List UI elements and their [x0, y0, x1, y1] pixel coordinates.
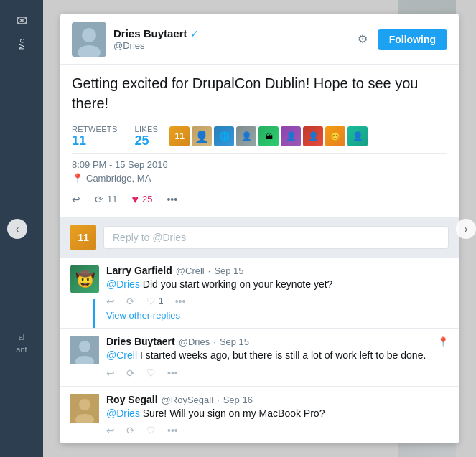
more-icon: ••• [167, 194, 177, 205]
liker-avatar-3: 👤 [236, 126, 256, 146]
reply-input[interactable] [103, 226, 449, 249]
bottom-text-1: al [16, 331, 27, 345]
retweet-action[interactable]: ⟳ 11 [95, 194, 117, 205]
retweets-count[interactable]: 11 [72, 133, 118, 149]
larry-handle: @Crell [176, 265, 205, 276]
location-pin-icon: 📍 [72, 173, 83, 184]
retweets-label: RETWEETS [72, 125, 118, 133]
roy-date: Sep 16 [223, 395, 253, 405]
larry-more-btn[interactable]: ••• [175, 296, 186, 307]
comment-dries-header: Dries Buytaert @Dries · Sep 15 📍 [106, 336, 449, 347]
liker-avatar-7: 😊 [325, 126, 345, 146]
comment-larry: 🤠 Larry Garfield @Crell · Sep 15 @Dries … [60, 258, 459, 329]
heart-icon: ♥ [131, 193, 139, 206]
larry-name: Larry Garfield [106, 265, 172, 276]
mail-icon[interactable]: ✉ [12, 9, 32, 33]
roy-mention: @Dries [106, 407, 140, 419]
comment-dries: Dries Buytaert @Dries · Sep 15 📍 @Crell … [60, 329, 459, 387]
svg-point-7 [79, 399, 90, 410]
view-other-replies[interactable]: View other replies [106, 310, 449, 321]
roy-actions: ↩ ⟳ ♡ ••• [106, 425, 449, 436]
svg-point-4 [79, 341, 90, 352]
liker-avatar-0: 11 [169, 126, 190, 146]
roy-text-content: Sure! Will you sign on my MacBook Pro? [143, 407, 325, 419]
dries-name: Dries Buytaert [106, 336, 175, 347]
larry-mention: @Dries [106, 278, 140, 290]
svg-point-1 [82, 28, 96, 42]
avatar-roy [70, 394, 99, 423]
liker-avatar-1: 👤 [192, 126, 212, 146]
roy-name: Roy Segall [106, 394, 158, 405]
user-handle: @Dries [113, 40, 355, 51]
avatar-dries [70, 336, 99, 364]
gear-button[interactable]: ⚙ [355, 29, 370, 49]
like-action[interactable]: ♥ 25 [131, 193, 152, 206]
likes-label: LIKES [135, 125, 159, 133]
comment-larry-body: Larry Garfield @Crell · Sep 15 @Dries Di… [106, 265, 449, 321]
larry-date: Sep 15 [214, 265, 243, 276]
comment-roy-body: Roy Segall @RoySegall · Sep 16 @Dries Su… [106, 394, 449, 437]
dries-reply-btn[interactable]: ↩ [106, 367, 115, 379]
tweet-timestamp: 8:09 PM - 15 Sep 2016 [72, 159, 447, 170]
user-name-row: Dries Buytaert ✓ [113, 27, 355, 39]
comment-roy-header: Roy Segall @RoySegall · Sep 16 [106, 394, 449, 405]
comment-larry-header: Larry Garfield @Crell · Sep 15 [106, 265, 449, 276]
location-text: Cambridge, MA [86, 173, 151, 184]
comment-dries-body: Dries Buytaert @Dries · Sep 15 📍 @Crell … [106, 336, 449, 379]
roy-reply-btn[interactable]: ↩ [106, 425, 115, 436]
larry-like-count: 1 [159, 296, 164, 306]
liker-avatar-8: 👤 [347, 126, 368, 146]
larry-like-btn[interactable]: ♡ 1 [146, 296, 164, 307]
tweet-meta: 8:09 PM - 15 Sep 2016 📍 Cambridge, MA [72, 154, 447, 187]
tweet-body: Getting excited for DrupalCon Dublin! Ho… [60, 65, 459, 217]
avatar-main [72, 22, 106, 57]
roy-like-btn[interactable]: ♡ [146, 425, 156, 436]
bottom-text-2: ant [16, 345, 27, 354]
retweet-action-count: 11 [107, 194, 117, 204]
liker-avatar-4: 🏔 [258, 126, 279, 146]
larry-text: @Dries Did you start working on your key… [106, 278, 449, 292]
user-info: Dries Buytaert ✓ @Dries [113, 27, 355, 51]
dries-retweet-btn[interactable]: ⟳ [126, 367, 135, 379]
user-display-name: Dries Buytaert [113, 27, 187, 39]
liker-avatar-6: 👤 [303, 126, 323, 146]
tweet-action-bar: ↩ ⟳ 11 ♥ 25 ••• [72, 187, 447, 210]
sidebar-me-label: Me [17, 39, 26, 50]
tweet-location: 📍 Cambridge, MA [72, 173, 447, 184]
retweets-stat: RETWEETS 11 [72, 125, 118, 149]
dries-like-btn[interactable]: ♡ [146, 367, 156, 379]
roy-more-btn[interactable]: ••• [167, 425, 178, 436]
likes-count[interactable]: 25 [135, 133, 159, 149]
header-actions: ⚙ Following [355, 29, 447, 50]
more-action[interactable]: ••• [167, 194, 177, 205]
likes-stat: LIKES 25 [135, 125, 159, 149]
reply-icon: ↩ [72, 194, 80, 205]
nav-arrow-left[interactable]: ‹ [7, 219, 27, 239]
liker-avatar-2: 🌐 [214, 126, 234, 146]
avatar-larry: 🤠 [70, 265, 99, 293]
thread-line [93, 299, 95, 329]
nav-arrow-right[interactable]: › [456, 219, 476, 239]
dries-text-content: I started weeks ago, but there is still … [140, 349, 426, 361]
roy-handle: @RoySegall [162, 395, 213, 405]
dries-more-btn[interactable]: ••• [167, 367, 178, 379]
larry-retweet-btn[interactable]: ⟳ [126, 296, 135, 307]
retweet-icon: ⟳ [95, 194, 103, 205]
tweet-header: Dries Buytaert ✓ @Dries ⚙ Following [60, 14, 459, 65]
dries-handle: @Dries [179, 336, 210, 347]
liker-avatar-5: 👤 [281, 126, 301, 146]
reply-action[interactable]: ↩ [72, 194, 80, 205]
roy-text: @Dries Sure! Will you sign on my MacBook… [106, 407, 449, 421]
larry-text-content: Did you start working on your keynote ye… [143, 278, 333, 290]
larry-reply-btn[interactable]: ↩ [106, 296, 115, 307]
dries-mention: @Crell [106, 349, 137, 361]
reply-section: 11 [60, 217, 459, 258]
roy-retweet-btn[interactable]: ⟳ [126, 425, 135, 436]
pin-icon: 📍 [437, 336, 449, 347]
like-action-count: 25 [142, 194, 152, 204]
comment-roy: Roy Segall @RoySegall · Sep 16 @Dries Su… [60, 387, 459, 444]
reply-avatar: 11 [70, 225, 96, 250]
following-button[interactable]: Following [378, 29, 447, 50]
likers-avatars: 11 👤 🌐 👤 🏔 👤 👤 😊 👤 [169, 126, 368, 146]
verified-badge: ✓ [190, 28, 199, 39]
